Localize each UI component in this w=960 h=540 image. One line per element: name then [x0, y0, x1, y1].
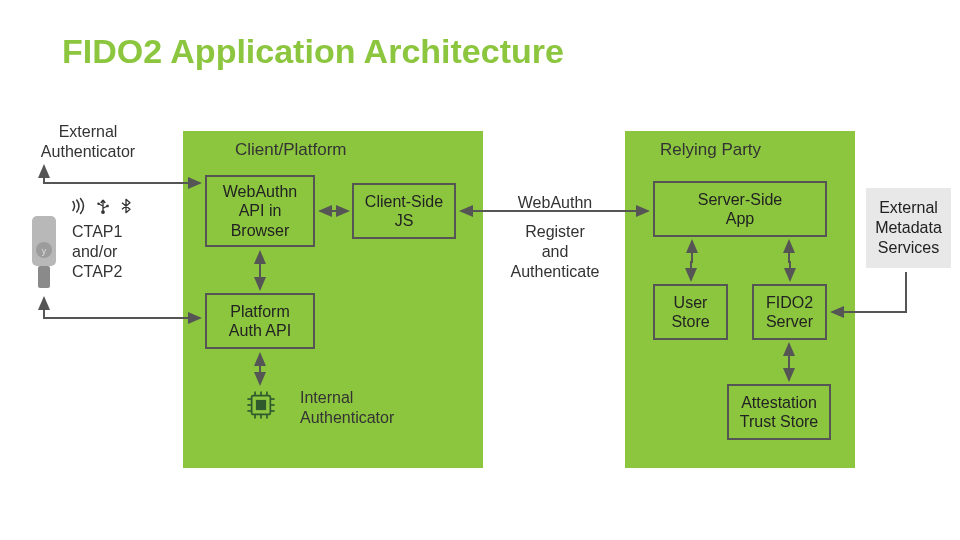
webauthn-api-box: WebAuthn API in Browser [205, 175, 315, 247]
svg-rect-6 [106, 205, 108, 207]
external-authenticator-label: External Authenticator [33, 122, 143, 162]
register-authenticate-label: Register and Authenticate [505, 222, 605, 282]
usb-icon [94, 197, 112, 219]
bluetooth-icon [118, 197, 134, 219]
svg-rect-3 [38, 266, 50, 288]
nfc-icon [70, 197, 88, 219]
server-side-app-box: Server-Side App [653, 181, 827, 237]
ctap-label: CTAP1 and/or CTAP2 [72, 222, 147, 282]
client-platform-label: Client/Platform [235, 140, 346, 160]
platform-auth-api-box: Platform Auth API [205, 293, 315, 349]
chip-icon [244, 388, 278, 426]
webauthn-label: WebAuthn [505, 193, 605, 213]
relying-party-label: Relying Party [660, 140, 761, 160]
hardware-key-icon: y [28, 214, 60, 298]
external-metadata-services-box: External Metadata Services [866, 188, 951, 268]
fido2-server-box: FIDO2 Server [752, 284, 827, 340]
svg-text:y: y [42, 246, 47, 256]
svg-rect-0 [32, 216, 56, 266]
user-store-box: User Store [653, 284, 728, 340]
attestation-trust-store-box: Attestation Trust Store [727, 384, 831, 440]
connection-icons [70, 197, 150, 219]
page-title: FIDO2 Application Architecture [62, 32, 564, 71]
svg-point-5 [97, 203, 99, 205]
svg-rect-8 [256, 400, 266, 410]
internal-authenticator-label: Internal Authenticator [300, 388, 410, 428]
client-side-js-box: Client-Side JS [352, 183, 456, 239]
